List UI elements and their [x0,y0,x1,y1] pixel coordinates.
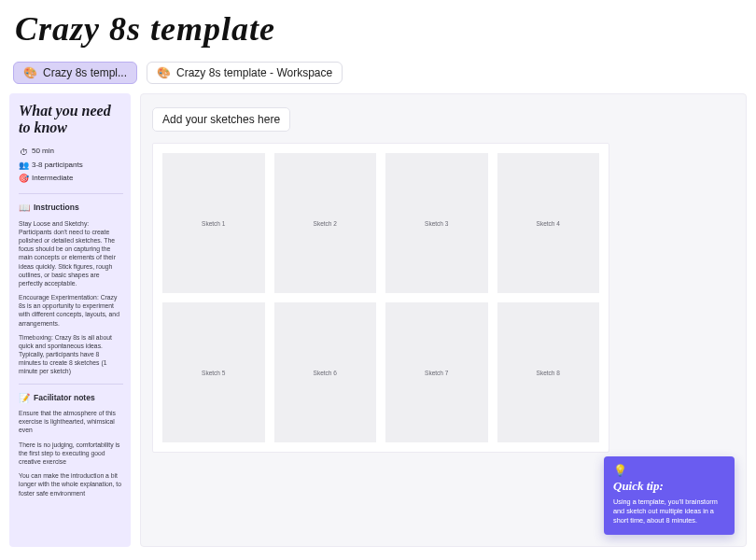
tab-label: Crazy 8s template - Workspace [176,66,332,79]
facilitator-para: You can make the introduction a bit long… [19,471,123,497]
tab-crazy8s-template[interactable]: 🎨 Crazy 8s templ... [13,62,137,84]
sketch-slot-4[interactable]: Sketch 4 [497,153,600,293]
meta-duration-text: 50 min [32,147,54,157]
facilitator-heading: 📝 Facilitator notes [19,392,123,405]
workspace[interactable]: Add your sketches here Sketch 1 Sketch 2… [140,93,747,547]
meta-participants-text: 3-8 participants [32,161,83,171]
tabs: 🎨 Crazy 8s templ... 🎨 Crazy 8s template … [0,62,756,90]
sketch-grid: Sketch 1 Sketch 2 Sketch 3 Sketch 4 Sket… [162,153,599,442]
palette-icon: 🎨 [23,66,37,79]
tab-workspace[interactable]: 🎨 Crazy 8s template - Workspace [147,62,343,84]
people-icon: 👥 [19,160,28,171]
facilitator-para: Ensure that the atmosphere of this exerc… [19,409,123,435]
sketch-grid-container: Sketch 1 Sketch 2 Sketch 3 Sketch 4 Sket… [152,143,609,453]
divider [19,384,123,385]
tip-title: Quick tip: [613,479,725,494]
sketch-slot-6[interactable]: Sketch 6 [274,302,377,442]
facilitator-para: There is no judging, comfortability is t… [19,441,123,467]
facilitator-section: 📝 Facilitator notes Ensure that the atmo… [19,392,123,497]
meta-list: ⏱ 50 min 👥 3-8 participants 🎯 Intermedia… [19,147,123,184]
palette-icon: 🎨 [157,66,171,79]
workspace-prompt: Add your sketches here [152,107,290,132]
sketch-slot-8[interactable]: Sketch 8 [497,302,600,442]
instructions-heading: 📖 Instructions [19,202,123,215]
sketch-slot-7[interactable]: Sketch 7 [385,302,488,442]
book-icon: 📖 [19,202,30,215]
instructions-heading-text: Instructions [34,203,79,213]
sketch-slot-5[interactable]: Sketch 5 [162,302,265,442]
meta-level-text: Intermediate [32,174,73,184]
page-title: Crazy 8s template [0,0,756,62]
instructions-para: Encourage Experimentation: Crazy 8s is a… [19,293,123,328]
sidebar-title: What you need to know [19,103,123,137]
sketch-slot-2[interactable]: Sketch 2 [274,153,377,293]
sidebar: What you need to know ⏱ 50 min 👥 3-8 par… [9,93,131,547]
instructions-para: Timeboxing: Crazy 8s is all about quick … [19,333,123,376]
meta-duration: ⏱ 50 min [19,147,123,158]
facilitator-heading-text: Facilitator notes [34,393,95,403]
tip-body: Using a template, you'll brainstorm and … [613,497,725,525]
notes-icon: 📝 [19,392,30,405]
meta-level: 🎯 Intermediate [19,173,123,184]
bulb-icon: 💡 [613,464,725,477]
sketch-slot-3[interactable]: Sketch 3 [385,153,488,293]
divider [19,193,123,194]
instructions-section: 📖 Instructions Stay Loose and Sketchy: P… [19,202,123,375]
main-area: What you need to know ⏱ 50 min 👥 3-8 par… [0,90,756,547]
sketch-slot-1[interactable]: Sketch 1 [162,153,265,293]
target-icon: 🎯 [19,173,28,184]
tab-label: Crazy 8s templ... [43,66,127,79]
instructions-para: Stay Loose and Sketchy: Participants don… [19,219,123,287]
quick-tip-card[interactable]: 💡 Quick tip: Using a template, you'll br… [604,456,735,535]
clock-icon: ⏱ [19,147,28,158]
meta-participants: 👥 3-8 participants [19,160,123,171]
